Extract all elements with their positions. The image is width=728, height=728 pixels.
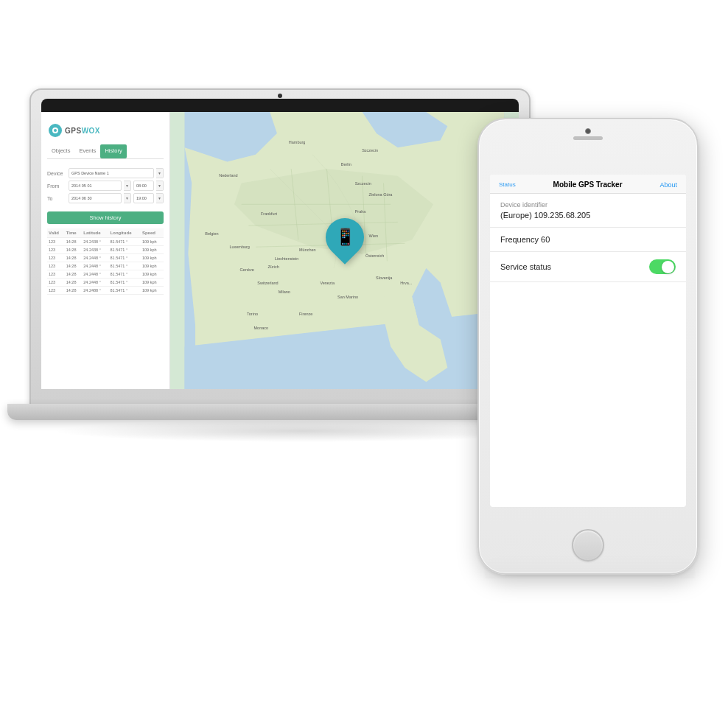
- table-cell: 81.5471 °: [109, 254, 141, 262]
- phone-top-bar: [573, 128, 603, 140]
- device-identifier-item: Device identifier (Europe) 109.235.68.20…: [490, 194, 686, 228]
- table-cell: 109 kph: [141, 262, 164, 270]
- table-row: 12314:2824.2448 °81.5471 °109 kph: [47, 270, 164, 279]
- table-cell: 14:28: [65, 270, 83, 279]
- to-date-input[interactable]: 2014 06 30: [69, 193, 122, 203]
- tab-objects[interactable]: Objects: [47, 144, 74, 158]
- sidebar: GPSWOX Objects Events History: [41, 112, 170, 389]
- table-row: 12314:2824.2448 °81.5471 °109 kph: [47, 279, 164, 287]
- to-date-arrow[interactable]: ▼: [124, 193, 131, 203]
- table-cell: 123: [47, 238, 65, 246]
- phone-about-link[interactable]: About: [659, 181, 677, 189]
- phone-device: Status Mobile GPS Tracker About Device i…: [477, 118, 706, 589]
- from-date-arrow[interactable]: ▼: [124, 181, 131, 191]
- logo-icon: [49, 124, 62, 137]
- table-cell: 123: [47, 262, 65, 270]
- from-label: From: [47, 183, 66, 189]
- to-row: To 2014 06 30 ▼ 19:00 ▼: [47, 193, 164, 203]
- phone-camera: [585, 128, 591, 134]
- tab-events[interactable]: Events: [74, 144, 100, 158]
- phone-vol-down-button: [477, 223, 479, 245]
- svg-point-1: [54, 129, 57, 132]
- phone-vol-up-button: [477, 193, 479, 215]
- table-cell: 109 kph: [141, 254, 164, 262]
- sidebar-logo: GPSWOX: [41, 119, 169, 144]
- table-cell: 109 kph: [141, 279, 164, 287]
- table-cell: 81.5471 °: [109, 287, 141, 295]
- service-status-toggle[interactable]: [649, 259, 676, 274]
- show-history-button[interactable]: Show history: [47, 211, 164, 224]
- laptop-screen-bezel: GPSWOX Objects Events History: [41, 99, 519, 389]
- frequency-item: Frequency 60: [490, 228, 686, 252]
- table-cell: 109 kph: [141, 238, 164, 246]
- laptop-device: GPSWOX Objects Events History: [29, 88, 553, 619]
- phone-body: Status Mobile GPS Tracker About Device i…: [477, 118, 699, 575]
- from-date-input[interactable]: 2014 05 01: [69, 181, 122, 191]
- col-lat: Latitude: [82, 228, 108, 238]
- logo-text: GPSWOX: [65, 127, 100, 135]
- device-arrow[interactable]: ▼: [156, 168, 164, 178]
- table-cell: 24.2448 °: [82, 254, 108, 262]
- table-cell: 81.5471 °: [109, 270, 141, 279]
- laptop-base: [7, 404, 553, 420]
- from-time-arrow[interactable]: ▼: [156, 181, 164, 191]
- table-row: 12314:2824.2488 °81.5471 °109 kph: [47, 287, 164, 295]
- col-time: Time: [65, 228, 83, 238]
- phone-nav-bar: Status Mobile GPS Tracker About: [490, 175, 686, 194]
- table-cell: 24.2448 °: [82, 262, 108, 270]
- service-status-item: Service status: [490, 252, 686, 282]
- map-area: Nederland Hamburg Berlin Szczecin Frankf…: [170, 112, 519, 389]
- to-label: To: [47, 196, 66, 201]
- table-cell: 14:28: [65, 238, 83, 246]
- history-table: Valid Time Latitude Longitude Speed: [47, 228, 164, 295]
- map-background: Nederland Hamburg Berlin Szczecin Frankf…: [170, 112, 519, 389]
- table-cell: 24.2438 °: [82, 238, 108, 246]
- history-table-container: Valid Time Latitude Longitude Speed: [41, 228, 169, 295]
- from-time-input[interactable]: 08:00: [133, 181, 154, 191]
- phone-status-tab[interactable]: Status: [499, 181, 516, 188]
- device-identifier-label: Device identifier: [500, 201, 676, 209]
- table-cell: 109 kph: [141, 287, 164, 295]
- tab-history[interactable]: History: [100, 144, 126, 158]
- phone-reflection: [485, 555, 695, 578]
- table-cell: 14:28: [65, 246, 83, 254]
- laptop-body: GPSWOX Objects Events History: [29, 88, 531, 405]
- table-cell: 123: [47, 254, 65, 262]
- from-row: From 2014 05 01 ▼ 08:00 ▼: [47, 181, 164, 191]
- table-cell: 81.5471 °: [109, 279, 141, 287]
- tab-bar: Objects Events History: [47, 144, 164, 159]
- table-cell: 14:28: [65, 287, 83, 295]
- pin-body: 📱: [318, 210, 372, 265]
- col-valid: Valid: [47, 228, 65, 238]
- table-cell: 123: [47, 279, 65, 287]
- device-row: Device GPS Device Name 1 ▼: [47, 168, 164, 178]
- col-lon: Longitude: [109, 228, 141, 238]
- phone-content: Device identifier (Europe) 109.235.68.20…: [490, 194, 686, 507]
- table-row: 12314:2824.2448 °81.5471 °109 kph: [47, 262, 164, 270]
- table-row: 12314:2824.2438 °81.5471 °109 kph: [47, 238, 164, 246]
- phone-app-title: Mobile GPS Tracker: [553, 181, 623, 189]
- table-cell: 24.2448 °: [82, 279, 108, 287]
- table-cell: 24.2488 °: [82, 287, 108, 295]
- map-location-pin: 📱: [326, 218, 364, 256]
- table-cell: 81.5471 °: [109, 262, 141, 270]
- service-status-label: Service status: [500, 262, 551, 271]
- table-cell: 24.2448 °: [82, 270, 108, 279]
- table-cell: 14:28: [65, 254, 83, 262]
- table-cell: 123: [47, 246, 65, 254]
- phone-app: Status Mobile GPS Tracker About Device i…: [490, 175, 686, 507]
- device-form: Device GPS Device Name 1 ▼ From 2: [41, 165, 169, 209]
- phone-icon: 📱: [335, 228, 354, 247]
- laptop-screen-content: GPSWOX Objects Events History: [41, 112, 519, 389]
- to-time-arrow[interactable]: ▼: [156, 193, 164, 203]
- table-cell: 81.5471 °: [109, 246, 141, 254]
- gps-app: GPSWOX Objects Events History: [41, 112, 519, 389]
- to-time-input[interactable]: 19:00: [133, 193, 154, 203]
- table-cell: 14:28: [65, 279, 83, 287]
- table-cell: 81.5471 °: [109, 238, 141, 246]
- frequency-value: Frequency 60: [500, 235, 676, 244]
- phone-power-button: [697, 208, 699, 252]
- table-cell: 14:28: [65, 262, 83, 270]
- table-cell: 109 kph: [141, 246, 164, 254]
- device-input[interactable]: GPS Device Name 1: [69, 168, 154, 178]
